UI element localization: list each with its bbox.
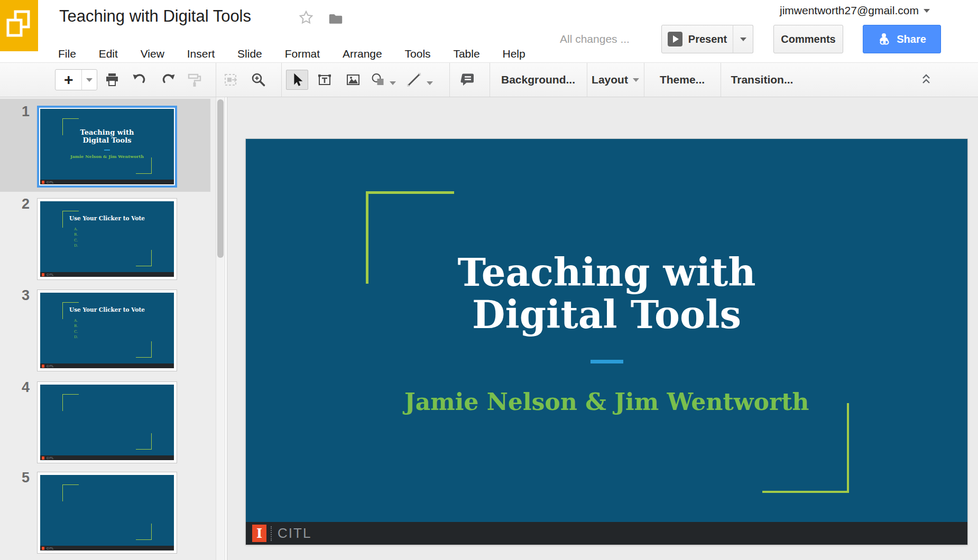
menu-insert[interactable]: Insert [187, 48, 215, 60]
mini-footer-logo [42, 273, 44, 276]
shape-button[interactable] [368, 70, 389, 90]
folder-icon[interactable] [328, 12, 344, 27]
undo-button[interactable] [130, 70, 150, 90]
chevron-down-icon [86, 78, 93, 82]
mini-vote-options: A.B. C.D. [74, 318, 78, 340]
background-button[interactable]: Background... [490, 63, 587, 97]
illinois-block-i-logo: I [252, 525, 266, 542]
fit-zoom-button[interactable] [221, 70, 241, 90]
slides-logo-icon [0, 0, 38, 51]
corner-bracket-top-left [62, 394, 79, 411]
select-tool-button[interactable] [286, 70, 308, 90]
chevron-down-icon [390, 81, 396, 85]
slide-2-thumbnail[interactable]: Use Your Clicker to Vote A.B. C.D. CITL [37, 198, 177, 280]
present-button[interactable]: Present [661, 25, 733, 53]
slide-5-number: 5 [14, 470, 30, 486]
comments-button[interactable]: Comments [773, 25, 843, 53]
mini-footer-logo [42, 181, 44, 184]
accent-dash [591, 360, 623, 363]
current-slide[interactable]: Teaching with Digital Tools Jamie Nelson… [246, 139, 967, 545]
slide-title[interactable]: Teaching with Digital Tools [246, 251, 967, 336]
slide-1-thumbnail[interactable]: Teaching withDigital Tools Jamie Nelson … [37, 106, 177, 188]
collapse-toolbar-button[interactable] [918, 70, 935, 90]
theme-button[interactable]: Theme... [644, 63, 721, 97]
chevron-down-icon [427, 81, 433, 85]
mini-footer-bar: CITL [40, 455, 174, 460]
filmstrip-scrollbar[interactable] [216, 97, 225, 560]
layout-label: Layout [592, 73, 628, 86]
slides-app-logo[interactable] [0, 0, 38, 51]
share-label: Share [897, 33, 926, 45]
paint-format-button[interactable] [184, 70, 205, 90]
transition-button[interactable]: Transition... [721, 63, 804, 97]
footer-citl-text: CITL [278, 525, 311, 542]
slide-1-number: 1 [14, 104, 30, 120]
mini-footer-logo [42, 456, 44, 460]
slide-subtitle[interactable]: Jamie Nelson & Jim Wentworth [246, 388, 967, 415]
mini-footer-text: CITL [47, 547, 54, 550]
slide-2-preview: Use Your Clicker to Vote A.B. C.D. CITL [40, 201, 174, 277]
transition-label: Transition... [731, 73, 794, 86]
menu-tools[interactable]: Tools [405, 48, 431, 60]
new-slide-button-group: + [55, 69, 97, 90]
account-email-text: jimwentworth27@gmail.com [780, 4, 919, 17]
mini-vote-title: Use Your Clicker to Vote [40, 306, 174, 313]
star-icon[interactable] [298, 10, 314, 27]
document-title[interactable]: Teaching with Digital Tools [59, 7, 251, 26]
slide-3-preview: Use Your Clicker to Vote A.B. C.D. CITL [40, 293, 174, 368]
account-email[interactable]: jimwentworth27@gmail.com [780, 4, 930, 17]
menu-bar: File Edit View Insert Slide Format Arran… [58, 48, 545, 60]
zoom-button[interactable] [248, 70, 269, 90]
scrollbar-thumb[interactable] [217, 99, 224, 258]
corner-bracket-bottom-right [136, 524, 152, 540]
image-button[interactable] [343, 70, 363, 90]
menu-slide[interactable]: Slide [237, 48, 262, 60]
slide-4-thumbnail[interactable]: CITL [37, 381, 177, 463]
theme-label: Theme... [660, 73, 705, 86]
comment-button[interactable] [458, 70, 478, 90]
slide-title-line2: Digital Tools [246, 294, 967, 336]
new-slide-dropdown[interactable] [82, 70, 97, 90]
shape-dropdown[interactable] [390, 78, 396, 87]
line-tool-button[interactable] [404, 70, 424, 90]
share-button[interactable]: Share [863, 25, 941, 53]
corner-bracket-bottom-right [762, 403, 849, 493]
new-slide-button[interactable]: + [56, 70, 82, 90]
present-dropdown-button[interactable] [733, 25, 753, 53]
mini-subtitle: Jamie Nelson & Jim Wentworth [40, 154, 174, 159]
slide-3-thumbnail[interactable]: Use Your Clicker to Vote A.B. C.D. CITL [37, 290, 177, 371]
corner-bracket-bottom-right [136, 433, 152, 450]
mini-accent-dash [104, 150, 110, 151]
footer-dotted-divider [271, 526, 272, 541]
mini-footer-logo [42, 547, 44, 550]
slide-footer-bar: I CITL [246, 522, 967, 545]
account-chevron-down-icon [924, 9, 930, 13]
background-label: Background... [501, 73, 575, 86]
slide-4-preview: CITL [40, 385, 174, 460]
toolbar-separator [449, 63, 450, 97]
save-status-text[interactable]: All changes ... [560, 33, 630, 45]
mini-footer-text: CITL [47, 365, 54, 368]
comments-label: Comments [781, 33, 835, 45]
share-person-link-icon [878, 32, 891, 46]
mini-footer-text: CITL [47, 456, 54, 460]
slide-5-thumbnail[interactable]: CITL [37, 472, 177, 554]
menu-arrange[interactable]: Arrange [343, 48, 382, 60]
menu-file[interactable]: File [58, 48, 76, 60]
redo-button[interactable] [158, 70, 178, 90]
google-slides-app: Teaching with Digital Tools File Edit Vi… [0, 0, 978, 560]
line-dropdown[interactable] [427, 78, 433, 87]
menu-edit[interactable]: Edit [99, 48, 118, 60]
menu-table[interactable]: Table [453, 48, 479, 60]
print-button[interactable] [102, 70, 122, 90]
menu-format[interactable]: Format [285, 48, 320, 60]
menu-view[interactable]: View [141, 48, 164, 60]
slide-3-number: 3 [14, 287, 30, 304]
text-box-button[interactable] [315, 70, 335, 90]
toolbar-separator [216, 63, 216, 97]
slide-4-number: 4 [14, 379, 30, 396]
menu-help[interactable]: Help [502, 48, 525, 60]
layout-button[interactable]: Layout [587, 63, 644, 97]
present-chevron-down-icon [740, 38, 746, 41]
slide-title-line1: Teaching with [246, 251, 967, 294]
